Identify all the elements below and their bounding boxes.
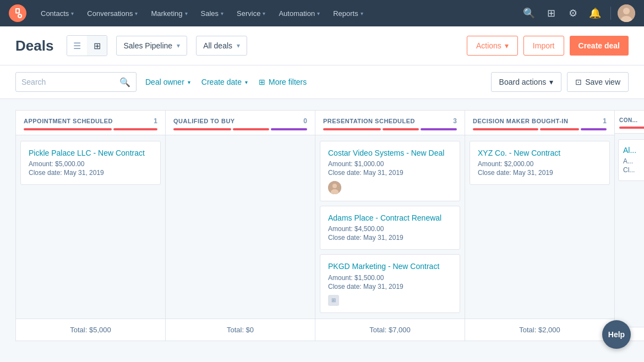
deal-close-date: Cl... xyxy=(623,166,644,174)
deal-amount: Amount: $4,500.00 xyxy=(328,225,452,233)
board-container: APPOINTMENT SCHEDULED1Pickle Palace LLC … xyxy=(0,99,644,352)
board-view-btn[interactable]: ⊞ xyxy=(87,36,107,56)
deal-card[interactable]: Costar Video Systems - New DealAmount: $… xyxy=(320,141,460,201)
progress-bar-2 xyxy=(271,128,307,130)
svg-point-2 xyxy=(19,15,21,17)
column-header-appointment-scheduled: APPOINTMENT SCHEDULED1 xyxy=(16,111,165,135)
progress-bar-2 xyxy=(581,128,607,130)
filters-right: Board actions ▾ ⊡ Save view xyxy=(491,72,629,92)
nav-service[interactable]: Service ▾ xyxy=(231,6,271,21)
column-qualified-to-buy: QUALIFIED TO BUY0Total: $0 xyxy=(165,110,315,341)
column-title-appointment-scheduled: APPOINTMENT SCHEDULED xyxy=(24,118,113,124)
board-actions-btn[interactable]: Board actions ▾ xyxy=(491,72,562,92)
nav-reports[interactable]: Reports ▾ xyxy=(328,6,369,21)
progress-bar-2 xyxy=(421,128,457,130)
deal-card[interactable]: Pickle Palace LLC - New ContractAmount: … xyxy=(20,141,161,185)
list-view-btn[interactable]: ☰ xyxy=(67,36,87,56)
deal-card[interactable]: Adams Place - Contract RenewalAmount: $4… xyxy=(320,206,460,250)
settings-icon[interactable]: ⚙ xyxy=(564,4,582,22)
kanban-board: APPOINTMENT SCHEDULED1Pickle Palace LLC … xyxy=(15,110,644,341)
user-avatar[interactable] xyxy=(618,4,635,22)
more-filters-btn[interactable]: ⊞ More filters xyxy=(256,72,309,92)
deal-close-date: Close date: May 31, 2019 xyxy=(478,169,602,177)
deal-close-date: Close date: May 31, 2019 xyxy=(328,169,452,177)
progress-bar-0 xyxy=(619,127,644,129)
pipeline-select[interactable]: Sales Pipeline ▾ xyxy=(116,36,187,56)
column-header-presentation-scheduled: PRESENTATION SCHEDULED3 xyxy=(315,111,465,135)
board-actions-caret: ▾ xyxy=(549,78,553,86)
create-deal-button[interactable]: Create deal xyxy=(570,36,629,56)
hubspot-logo[interactable] xyxy=(9,4,26,22)
nav-conversations[interactable]: Conversations ▾ xyxy=(81,6,143,21)
deal-card[interactable]: Al...A...Cl... xyxy=(618,139,644,181)
column-title-presentation-scheduled: PRESENTATION SCHEDULED xyxy=(323,118,415,124)
nav-contacts[interactable]: Contacts ▾ xyxy=(35,6,79,21)
deal-avatar xyxy=(328,181,341,194)
column-appointment-scheduled: APPOINTMENT SCHEDULED1Pickle Palace LLC … xyxy=(15,110,165,341)
deals-filter[interactable]: All deals ▾ xyxy=(196,36,247,56)
column-presentation-scheduled: PRESENTATION SCHEDULED3Costar Video Syst… xyxy=(315,110,465,341)
page-header: Deals ☰ ⊞ Sales Pipeline ▾ All deals ▾ A… xyxy=(0,26,644,65)
deals-filter-caret: ▾ xyxy=(237,42,240,50)
deal-name[interactable]: Costar Video Systems - New Deal xyxy=(328,148,452,158)
column-footer-qualified-to-buy: Total: $0 xyxy=(166,319,315,341)
automation-caret: ▾ xyxy=(317,10,320,17)
create-date-filter[interactable]: Create date ▾ xyxy=(199,72,250,92)
search-box[interactable]: 🔍 xyxy=(15,72,137,92)
column-contract-sent: CON...Al...A...Cl... xyxy=(614,110,644,341)
save-icon: ⊡ xyxy=(575,78,582,86)
progress-bar-1 xyxy=(233,128,269,130)
column-header-decision-maker-bought-in: DECISION MAKER BOUGHT-IN1 xyxy=(465,111,614,135)
deals-filter-label: All deals xyxy=(203,41,232,50)
help-button[interactable]: Help xyxy=(602,320,631,349)
deal-amount: Amount: $5,000.00 xyxy=(29,160,152,168)
marketplace-icon[interactable]: ⊞ xyxy=(542,4,560,22)
deal-name[interactable]: PKGD Marketing - New Contract xyxy=(328,261,452,271)
column-title-decision-maker-bought-in: DECISION MAKER BOUGHT-IN xyxy=(473,118,568,124)
deal-amount: A... xyxy=(623,157,644,165)
service-caret: ▾ xyxy=(263,10,265,17)
reports-caret: ▾ xyxy=(361,10,363,17)
search-icon-btn[interactable]: 🔍 xyxy=(520,4,538,22)
progress-bar-1 xyxy=(540,128,579,130)
nav-marketing[interactable]: Marketing ▾ xyxy=(145,6,193,21)
page-title: Deals xyxy=(15,37,53,54)
deal-amount: Amount: $1,500.00 xyxy=(328,274,452,282)
column-cards-qualified-to-buy xyxy=(166,135,315,319)
progress-bar-1 xyxy=(383,128,419,130)
svg-point-4 xyxy=(623,8,630,14)
view-toggle: ☰ ⊞ xyxy=(67,35,107,56)
save-view-btn[interactable]: ⊡ Save view xyxy=(567,72,629,92)
column-cards-decision-maker-bought-in: XYZ Co. - New ContractAmount: $2,000.00C… xyxy=(465,135,614,319)
progress-bar-0 xyxy=(24,128,112,130)
column-title-qualified-to-buy: QUALIFIED TO BUY xyxy=(173,118,235,124)
import-button[interactable]: Import xyxy=(523,36,564,56)
deal-card[interactable]: XYZ Co. - New ContractAmount: $2,000.00C… xyxy=(470,141,610,185)
column-cards-presentation-scheduled: Costar Video Systems - New DealAmount: $… xyxy=(315,135,465,319)
filters-bar: 🔍 Deal owner ▾ Create date ▾ ⊞ More filt… xyxy=(0,65,644,99)
deal-name[interactable]: Pickle Palace LLC - New Contract xyxy=(29,148,152,158)
nav-right-actions: 🔍 ⊞ ⚙ 🔔 xyxy=(520,4,635,22)
column-cards-appointment-scheduled: Pickle Palace LLC - New ContractAmount: … xyxy=(16,135,165,319)
notifications-icon[interactable]: 🔔 xyxy=(586,4,604,22)
nav-sales[interactable]: Sales ▾ xyxy=(195,6,230,21)
deal-close-date: Close date: May 31, 2019 xyxy=(29,169,152,177)
deal-card[interactable]: PKGD Marketing - New ContractAmount: $1,… xyxy=(320,254,460,312)
column-count-appointment-scheduled: 1 xyxy=(154,117,157,125)
header-actions: Actions ▾ Import Create deal xyxy=(467,36,629,56)
nav-divider xyxy=(610,7,611,20)
deal-name[interactable]: Adams Place - Contract Renewal xyxy=(328,213,452,223)
deal-owner-filter[interactable]: Deal owner ▾ xyxy=(143,72,193,92)
column-cards-contract-sent: Al...A...Cl... xyxy=(615,134,644,327)
pipeline-label: Sales Pipeline xyxy=(123,41,172,50)
column-header-contract-sent: CON... xyxy=(615,111,644,134)
deal-name[interactable]: XYZ Co. - New Contract xyxy=(478,148,602,158)
column-footer-appointment-scheduled: Total: $5,000 xyxy=(16,319,165,341)
deal-close-date: Close date: May 31, 2019 xyxy=(328,283,452,290)
search-input[interactable] xyxy=(21,78,115,86)
nav-items: Contacts ▾ Conversations ▾ Marketing ▾ S… xyxy=(35,6,520,21)
progress-bar-1 xyxy=(113,128,157,130)
nav-automation[interactable]: Automation ▾ xyxy=(273,6,325,21)
deal-name[interactable]: Al... xyxy=(623,145,644,155)
actions-button[interactable]: Actions ▾ xyxy=(467,36,518,56)
